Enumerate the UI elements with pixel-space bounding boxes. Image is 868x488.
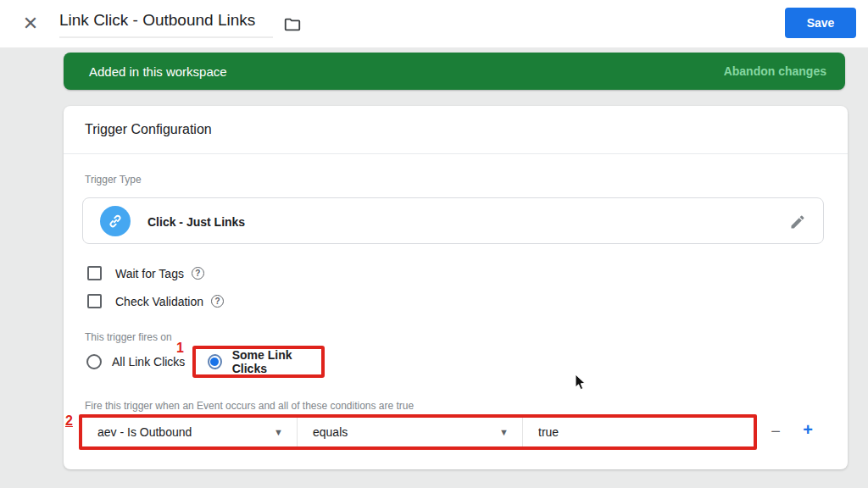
card-divider — [64, 153, 848, 154]
save-button[interactable]: Save — [785, 8, 856, 38]
add-condition-button[interactable]: + — [798, 419, 818, 440]
condition-variable-select[interactable]: aev - Is Outbound ▼ — [82, 418, 298, 446]
trigger-type-label: Trigger Type — [85, 174, 142, 186]
condition-operator-select[interactable]: equals ▼ — [298, 418, 523, 446]
wait-for-tags-checkbox[interactable] — [87, 266, 102, 280]
all-link-clicks-label: All Link Clicks — [112, 355, 185, 369]
fires-on-label: This trigger fires on — [85, 331, 172, 343]
help-icon[interactable]: ? — [211, 295, 224, 308]
remove-condition-button[interactable]: − — [765, 421, 786, 441]
condition-variable-value: aev - Is Outbound — [97, 425, 192, 439]
check-validation-option[interactable]: Check Validation ? — [87, 294, 224, 308]
abandon-changes-link[interactable]: Abandon changes — [724, 64, 826, 78]
condition-value-field-wrap — [523, 418, 754, 446]
workspace-banner: Added in this workspace Abandon changes — [64, 53, 845, 90]
top-bar: ✕ Link Click - Outbound Links Save — [0, 0, 868, 47]
all-link-clicks-radio[interactable] — [86, 354, 102, 369]
trigger-name-field[interactable]: Link Click - Outbound Links — [59, 11, 273, 38]
card-title: Trigger Configuration — [85, 122, 212, 137]
trigger-type-value: Click - Just Links — [147, 215, 245, 229]
some-link-clicks-radio[interactable] — [208, 354, 222, 369]
chevron-down-icon: ▼ — [274, 427, 283, 437]
annotation-step-1: 1 — [176, 341, 184, 356]
some-link-clicks-option-highlighted[interactable]: Some Link Clicks — [192, 346, 325, 378]
mouse-cursor — [575, 374, 587, 395]
check-validation-checkbox[interactable] — [87, 294, 102, 308]
condition-operator-value: equals — [313, 425, 348, 439]
some-link-clicks-label: Some Link Clicks — [232, 348, 321, 375]
all-link-clicks-option[interactable]: All Link Clicks — [86, 354, 185, 369]
condition-intro-label: Fire this trigger when an Event occurs a… — [85, 400, 414, 412]
condition-row-highlighted: aev - Is Outbound ▼ equals ▼ — [79, 414, 757, 450]
help-icon[interactable]: ? — [192, 267, 204, 280]
close-icon[interactable]: ✕ — [20, 14, 41, 35]
trigger-type-row[interactable]: Click - Just Links — [82, 197, 824, 244]
banner-message: Added in this workspace — [89, 64, 227, 79]
page-title[interactable]: Link Click - Outbound Links — [59, 11, 273, 38]
trigger-configuration-card: Trigger Configuration Trigger Type Click… — [64, 106, 848, 469]
check-validation-label: Check Validation — [115, 295, 203, 308]
chevron-down-icon: ▼ — [499, 427, 509, 437]
wait-for-tags-option[interactable]: Wait for Tags ? — [87, 266, 204, 280]
folder-icon[interactable] — [283, 15, 302, 34]
link-click-badge-icon — [100, 206, 131, 236]
edit-pencil-icon[interactable] — [789, 214, 806, 230]
wait-for-tags-label: Wait for Tags — [115, 267, 184, 280]
annotation-step-2: 2 — [65, 413, 73, 429]
condition-value-input[interactable] — [538, 425, 732, 439]
